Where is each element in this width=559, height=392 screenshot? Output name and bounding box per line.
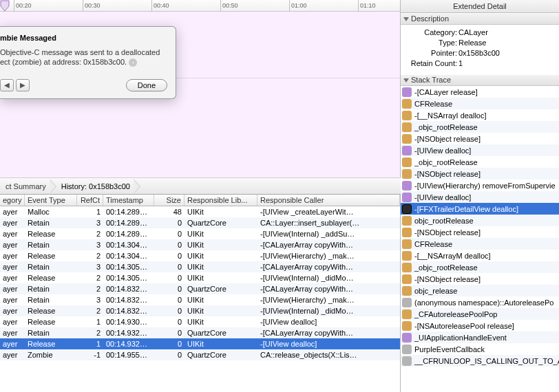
cell-et: Zombie <box>25 349 77 360</box>
stack-frame[interactable]: -[NSObject release] <box>401 273 559 285</box>
cell-cat: ayer <box>0 338 25 349</box>
frame-label: -[NSObject release] <box>414 170 481 178</box>
cell-lib: UIKit <box>184 250 257 261</box>
cell-et: Release <box>25 272 77 283</box>
cell-cat: ayer <box>0 316 25 327</box>
cell-et: Release <box>25 338 77 349</box>
table-row[interactable]: ayerRelease200:14.832…0UIKit-[UIView(Int… <box>0 305 400 316</box>
disclosure-triangle-icon[interactable] <box>403 17 409 21</box>
stack-frame[interactable]: __CFRUNLOOP_IS_CALLING_OUT_TO_A_S <box>401 355 559 367</box>
table-row[interactable]: ayerRetain300:14.304…0UIKit-[CALayerArra… <box>0 239 400 250</box>
table-row[interactable]: ayerRetain300:14.305…0UIKit-[CALayerArra… <box>0 261 400 272</box>
frame-label: -[UIView dealloc] <box>414 193 471 202</box>
table-row[interactable]: ayerRelease100:14.932…0UIKit-[UIView dea… <box>0 338 400 349</box>
col-event-type[interactable]: Event Type <box>25 195 77 206</box>
cell-ts: 00:14.932… <box>103 338 154 349</box>
cell-lib: UIKit <box>184 239 257 250</box>
col-responsible-caller[interactable]: Responsible Caller <box>257 195 400 206</box>
table-row[interactable]: ayerRetain300:14.289…0QuartzCoreCA::Laye… <box>0 217 400 228</box>
cell-cat: ayer <box>0 217 25 228</box>
time-ruler[interactable]: 00:2000:3000:4000:5001:0001:10 <box>0 0 400 12</box>
stack-frame[interactable]: objc_rootRelease <box>401 215 559 226</box>
desc-key: Type: <box>401 38 458 48</box>
disclosure-icon[interactable]: › <box>129 58 137 67</box>
col-responsible-lib[interactable]: Responsible Lib... <box>184 195 257 206</box>
cell-call: -[UIView dealloc] <box>257 316 400 327</box>
breadcrumb[interactable]: History: 0x158b3c00 <box>56 178 140 195</box>
cell-sz: 0 <box>154 349 184 360</box>
stack-frame[interactable]: -[__NSArrayI dealloc] <box>401 109 559 121</box>
cell-lib: UIKit <box>184 305 257 316</box>
table-row[interactable]: ayerRetain200:14.832…0QuartzCore-[CALaye… <box>0 283 400 294</box>
frame-label: -[UIView dealloc] <box>414 146 471 155</box>
cell-sz: 48 <box>154 206 184 217</box>
col-timestamp[interactable]: Timestamp <box>103 195 154 206</box>
stack-frame[interactable]: -[NSObject release] <box>401 226 559 238</box>
cell-rc: 1 <box>77 338 103 349</box>
cell-rc: 2 <box>77 250 103 261</box>
frame-label: -[NSObject release] <box>414 275 481 283</box>
col-refct[interactable]: RefCt <box>77 195 103 206</box>
breadcrumb[interactable]: ct Summary <box>0 178 56 195</box>
cell-rc: 3 <box>77 261 103 272</box>
frame-label: objc_release <box>414 287 457 295</box>
disclosure-triangle-icon[interactable] <box>403 78 409 83</box>
stack-frame[interactable]: PurpleEventCallback <box>401 343 559 355</box>
desc-value: 1 <box>458 58 559 69</box>
table-row[interactable]: ayerRelease200:14.305…0UIKit-[UIView(Int… <box>0 272 400 283</box>
stack-frame[interactable]: _UIApplicationHandleEvent <box>401 331 559 343</box>
cell-cat: ayer <box>0 261 25 272</box>
description-row: Retain Count:1 <box>401 58 559 69</box>
frame-type-icon <box>402 111 412 120</box>
stack-frame[interactable]: _objc_rootRelease <box>401 156 559 168</box>
frame-type-icon <box>402 239 412 249</box>
frame-label: objc_rootRelease <box>414 217 474 225</box>
table-row[interactable]: ayerRetain200:14.932…0QuartzCore-[CALaye… <box>0 327 400 338</box>
table-row[interactable]: ayerRelease200:14.289…0UIKit-[UIView(Int… <box>0 228 400 239</box>
stack-frame[interactable]: CFRelease <box>401 238 559 250</box>
frame-label: (anonymous namespace)::AutoreleasePo <box>414 298 553 307</box>
history-table: egory Event Type RefCt Timestamp Size Re… <box>0 195 401 392</box>
stack-frame[interactable]: CFRelease <box>401 98 559 109</box>
table-row[interactable]: ayerZombie-100:14.955…0QuartzCoreCA::rel… <box>0 349 400 360</box>
stack-frame[interactable]: objc_release <box>401 285 559 296</box>
frame-type-icon <box>402 274 412 284</box>
table-row[interactable]: ayerRetain300:14.832…0UIKit-[UIView(Hier… <box>0 294 400 305</box>
popover-prev-button[interactable]: ◀ <box>0 79 14 91</box>
cell-et: Release <box>25 316 77 327</box>
stack-frame[interactable]: -[UIView(Hierarchy) removeFromSupervie <box>401 179 559 191</box>
col-category[interactable]: egory <box>0 195 25 206</box>
table-row[interactable]: ayerRelease100:14.930…0UIKit-[UIView dea… <box>0 316 400 327</box>
stack-frame[interactable]: -[FFXTrailerDetailView dealloc] <box>401 203 559 215</box>
cell-ts: 00:14.932… <box>103 327 154 338</box>
playhead-icon[interactable] <box>0 0 10 12</box>
stack-frame[interactable]: -[NSObject release] <box>401 133 559 144</box>
description-body: Category:CALayerType:ReleasePointer:0x15… <box>401 25 559 74</box>
stack-frame[interactable]: -[__NSArrayM dealloc] <box>401 250 559 261</box>
stack-frame[interactable]: _objc_rootRelease <box>401 121 559 133</box>
frame-label: -[NSAutoreleasePool release] <box>414 322 514 330</box>
table-row[interactable]: ayerRelease200:14.304…0UIKit-[UIView(Hie… <box>0 250 400 261</box>
popover-next-button[interactable]: ▶ <box>16 79 30 91</box>
stack-frame[interactable]: _CFAutoreleasePoolPop <box>401 308 559 320</box>
cell-rc: 1 <box>77 206 103 217</box>
frame-type-icon <box>402 356 412 366</box>
stack-frame[interactable]: -[CALayer release] <box>401 86 559 98</box>
extended-detail-pane: Extended Detail Description Category:CAL… <box>401 0 559 392</box>
stack-frame[interactable]: -[UIView dealloc] <box>401 144 559 156</box>
description-header[interactable]: Description <box>401 13 559 25</box>
stack-frame[interactable]: -[NSAutoreleasePool release] <box>401 320 559 331</box>
stack-frame[interactable]: -[UIView dealloc] <box>401 191 559 203</box>
ruler-tick: 00:20 <box>14 0 32 12</box>
popover-done-button[interactable]: Done <box>126 79 167 91</box>
col-size[interactable]: Size <box>154 195 184 206</box>
table-row[interactable]: ayerMalloc100:14.289…48UIKit-[UIView _cr… <box>0 206 400 217</box>
table-header-row: egory Event Type RefCt Timestamp Size Re… <box>0 195 400 206</box>
frame-label: _objc_rootRelease <box>414 123 478 131</box>
stack-frame[interactable]: -[NSObject release] <box>401 168 559 179</box>
stack-frame[interactable]: _objc_rootRelease <box>401 261 559 273</box>
cell-ts: 00:14.832… <box>103 283 154 294</box>
stack-trace-header[interactable]: Stack Trace <box>401 74 559 86</box>
stack-frame[interactable]: (anonymous namespace)::AutoreleasePo <box>401 296 559 308</box>
cell-cat: ayer <box>0 272 25 283</box>
